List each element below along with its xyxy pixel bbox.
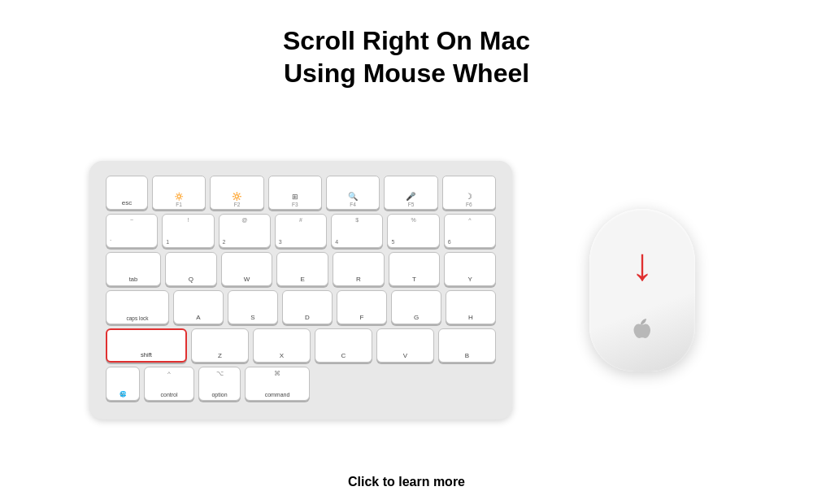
key-f5: 🎤 F5 [384,176,437,210]
key-f: F [337,290,387,324]
key-1: ! 1 [162,214,214,248]
key-b: B [438,328,496,363]
key-g: G [391,290,441,324]
content-area: esc 🔅 F1 🔆 F2 ⊞ F3 🔍 F4 🎤 F5 [89,106,724,475]
keyboard-illustration: esc 🔅 F1 🔆 F2 ⊞ F3 🔍 F4 🎤 F5 [89,161,512,419]
key-c: C [315,328,372,363]
keyboard-row-numbers: ~ ` ! 1 @ 2 # 3 $ 4 % 5 [106,214,496,248]
key-a: A [173,290,224,324]
key-backtick: ~ ` [106,214,158,248]
key-e: E [276,252,328,286]
key-option: ⌥ option [198,367,241,401]
mouse-body: ↓ [589,209,695,371]
learn-more-link[interactable]: Click to learn more [348,475,465,489]
key-3: # 3 [275,214,327,248]
key-f1: 🔅 F1 [152,176,206,210]
key-shift: shift [106,328,187,363]
apple-logo [631,317,654,345]
key-r: R [333,252,385,286]
scroll-arrow: ↓ [631,241,654,287]
key-fn: fn 🌐 [106,367,140,401]
key-y: Y [444,252,496,286]
key-q: Q [165,252,217,286]
key-f6: ☽ F6 [442,176,496,210]
key-f4: 🔍 F4 [326,176,380,210]
key-capslock: caps lock [106,290,169,324]
key-x: X [253,328,311,363]
key-6: ^ 6 [444,214,496,248]
key-f3: ⊞ F3 [268,176,322,210]
key-tab: tab [106,252,161,286]
keyboard-row-asdf: caps lock A S D F G H [106,290,496,324]
keyboard-row-fn: esc 🔅 F1 🔆 F2 ⊞ F3 🔍 F4 🎤 F5 [106,176,496,210]
key-w: W [221,252,273,286]
key-2: @ 2 [219,214,271,248]
key-v: V [376,328,434,363]
key-4: $ 4 [331,214,383,248]
page-title: Scroll Right On Mac Using Mouse Wheel [283,24,530,89]
keyboard-row-bottom: fn 🌐 ^ control ⌥ option ⌘ command [106,367,496,401]
keyboard-row-zxcv: shift Z X C V B [106,328,496,363]
key-t: T [389,252,441,286]
key-z: Z [191,328,249,363]
mouse-illustration: ↓ [561,160,724,420]
key-esc: esc [106,176,148,210]
key-s: S [228,290,278,324]
key-control: ^ control [144,367,194,401]
key-h: H [446,290,496,324]
key-d: D [282,290,333,324]
keyboard-row-qwerty: tab Q W E R T Y [106,252,496,286]
key-f2: 🔆 F2 [210,176,263,210]
key-command: ⌘ command [245,367,310,401]
key-5: % 5 [387,214,439,248]
